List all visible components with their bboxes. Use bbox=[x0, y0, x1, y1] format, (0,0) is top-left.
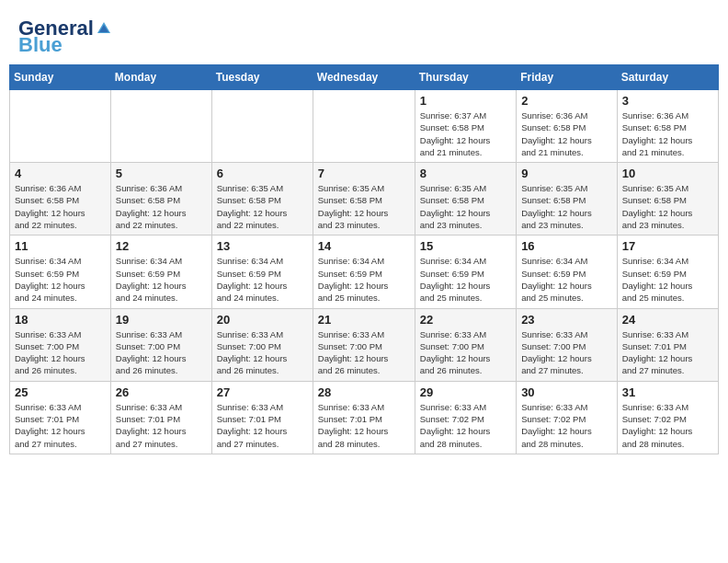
calendar-cell: 1Sunrise: 6:37 AM Sunset: 6:58 PM Daylig… bbox=[415, 90, 516, 163]
calendar-cell: 23Sunrise: 6:33 AM Sunset: 7:00 PM Dayli… bbox=[517, 308, 618, 381]
day-number: 12 bbox=[116, 239, 207, 253]
logo-icon bbox=[96, 20, 112, 37]
day-info: Sunrise: 6:34 AM Sunset: 6:59 PM Dayligh… bbox=[217, 255, 308, 304]
day-number: 28 bbox=[318, 385, 410, 399]
day-number: 23 bbox=[521, 313, 612, 327]
day-number: 31 bbox=[622, 385, 713, 399]
calendar-cell: 5Sunrise: 6:36 AM Sunset: 6:58 PM Daylig… bbox=[110, 163, 211, 236]
day-number: 14 bbox=[318, 239, 410, 253]
calendar-cell: 31Sunrise: 6:33 AM Sunset: 7:02 PM Dayli… bbox=[617, 381, 718, 454]
calendar-cell: 29Sunrise: 6:33 AM Sunset: 7:02 PM Dayli… bbox=[415, 381, 516, 454]
calendar-cell: 26Sunrise: 6:33 AM Sunset: 7:01 PM Dayli… bbox=[110, 381, 211, 454]
calendar-cell bbox=[10, 90, 111, 163]
calendar-cell: 18Sunrise: 6:33 AM Sunset: 7:00 PM Dayli… bbox=[10, 308, 111, 381]
day-info: Sunrise: 6:33 AM Sunset: 7:02 PM Dayligh… bbox=[622, 401, 713, 450]
day-number: 11 bbox=[15, 239, 106, 253]
weekday-header-sunday: Sunday bbox=[10, 65, 111, 90]
page-header: General Blue bbox=[9, 9, 719, 60]
calendar-cell: 30Sunrise: 6:33 AM Sunset: 7:02 PM Dayli… bbox=[517, 381, 618, 454]
calendar-cell: 9Sunrise: 6:35 AM Sunset: 6:58 PM Daylig… bbox=[517, 163, 618, 236]
day-info: Sunrise: 6:34 AM Sunset: 6:59 PM Dayligh… bbox=[116, 255, 207, 304]
day-info: Sunrise: 6:36 AM Sunset: 6:58 PM Dayligh… bbox=[15, 182, 106, 231]
day-number: 4 bbox=[15, 167, 106, 180]
calendar-cell: 2Sunrise: 6:36 AM Sunset: 6:58 PM Daylig… bbox=[517, 90, 618, 163]
day-number: 16 bbox=[521, 239, 612, 253]
day-info: Sunrise: 6:33 AM Sunset: 7:00 PM Dayligh… bbox=[318, 328, 410, 377]
calendar-cell: 4Sunrise: 6:36 AM Sunset: 6:58 PM Daylig… bbox=[10, 163, 111, 236]
calendar-cell: 11Sunrise: 6:34 AM Sunset: 6:59 PM Dayli… bbox=[10, 236, 111, 308]
day-info: Sunrise: 6:33 AM Sunset: 7:00 PM Dayligh… bbox=[521, 328, 612, 377]
day-number: 5 bbox=[116, 167, 207, 180]
calendar-cell: 27Sunrise: 6:33 AM Sunset: 7:01 PM Dayli… bbox=[211, 381, 313, 454]
day-number: 15 bbox=[420, 239, 511, 253]
day-info: Sunrise: 6:34 AM Sunset: 6:59 PM Dayligh… bbox=[318, 255, 410, 304]
day-info: Sunrise: 6:36 AM Sunset: 6:58 PM Dayligh… bbox=[521, 109, 612, 158]
day-info: Sunrise: 6:33 AM Sunset: 7:00 PM Dayligh… bbox=[217, 328, 308, 377]
day-info: Sunrise: 6:33 AM Sunset: 7:00 PM Dayligh… bbox=[116, 328, 207, 377]
day-number: 3 bbox=[622, 94, 713, 108]
day-number: 10 bbox=[622, 167, 713, 180]
calendar-table: SundayMondayTuesdayWednesdayThursdayFrid… bbox=[9, 64, 719, 454]
day-info: Sunrise: 6:33 AM Sunset: 7:01 PM Dayligh… bbox=[116, 401, 207, 450]
calendar-cell: 22Sunrise: 6:33 AM Sunset: 7:00 PM Dayli… bbox=[415, 308, 516, 381]
day-info: Sunrise: 6:35 AM Sunset: 6:58 PM Dayligh… bbox=[217, 182, 308, 231]
day-number: 27 bbox=[217, 385, 308, 399]
logo-blue: Blue bbox=[18, 35, 63, 55]
calendar-cell: 16Sunrise: 6:34 AM Sunset: 6:59 PM Dayli… bbox=[517, 236, 618, 308]
day-info: Sunrise: 6:34 AM Sunset: 6:59 PM Dayligh… bbox=[420, 255, 511, 304]
day-number: 13 bbox=[217, 239, 308, 253]
calendar-cell: 25Sunrise: 6:33 AM Sunset: 7:01 PM Dayli… bbox=[10, 381, 111, 454]
weekday-header-monday: Monday bbox=[110, 65, 211, 90]
day-number: 7 bbox=[318, 167, 410, 180]
calendar-cell: 3Sunrise: 6:36 AM Sunset: 6:58 PM Daylig… bbox=[617, 90, 718, 163]
day-number: 17 bbox=[622, 239, 713, 253]
calendar-cell bbox=[110, 90, 211, 163]
day-number: 30 bbox=[521, 385, 612, 399]
calendar-cell bbox=[211, 90, 313, 163]
calendar-cell: 10Sunrise: 6:35 AM Sunset: 6:58 PM Dayli… bbox=[617, 163, 718, 236]
day-info: Sunrise: 6:36 AM Sunset: 6:58 PM Dayligh… bbox=[116, 182, 207, 231]
day-info: Sunrise: 6:33 AM Sunset: 7:01 PM Dayligh… bbox=[217, 401, 308, 450]
day-number: 9 bbox=[521, 167, 612, 180]
calendar-cell bbox=[313, 90, 415, 163]
day-number: 22 bbox=[420, 313, 511, 327]
day-info: Sunrise: 6:33 AM Sunset: 7:01 PM Dayligh… bbox=[622, 328, 713, 377]
day-info: Sunrise: 6:34 AM Sunset: 6:59 PM Dayligh… bbox=[622, 255, 713, 304]
calendar-cell: 24Sunrise: 6:33 AM Sunset: 7:01 PM Dayli… bbox=[617, 308, 718, 381]
calendar-cell: 21Sunrise: 6:33 AM Sunset: 7:00 PM Dayli… bbox=[313, 308, 415, 381]
day-info: Sunrise: 6:37 AM Sunset: 6:58 PM Dayligh… bbox=[420, 109, 511, 158]
calendar-cell: 17Sunrise: 6:34 AM Sunset: 6:59 PM Dayli… bbox=[617, 236, 718, 308]
day-info: Sunrise: 6:35 AM Sunset: 6:58 PM Dayligh… bbox=[318, 182, 410, 231]
calendar-cell: 15Sunrise: 6:34 AM Sunset: 6:59 PM Dayli… bbox=[415, 236, 516, 308]
day-number: 18 bbox=[15, 313, 106, 327]
day-number: 24 bbox=[622, 313, 713, 327]
day-number: 2 bbox=[521, 94, 612, 108]
calendar-cell: 20Sunrise: 6:33 AM Sunset: 7:00 PM Dayli… bbox=[211, 308, 313, 381]
day-number: 1 bbox=[420, 94, 511, 108]
day-info: Sunrise: 6:33 AM Sunset: 7:00 PM Dayligh… bbox=[15, 328, 106, 377]
day-info: Sunrise: 6:34 AM Sunset: 6:59 PM Dayligh… bbox=[15, 255, 106, 304]
day-info: Sunrise: 6:35 AM Sunset: 6:58 PM Dayligh… bbox=[420, 182, 511, 231]
weekday-header-tuesday: Tuesday bbox=[211, 65, 313, 90]
day-info: Sunrise: 6:33 AM Sunset: 7:02 PM Dayligh… bbox=[521, 401, 612, 450]
calendar-cell: 28Sunrise: 6:33 AM Sunset: 7:01 PM Dayli… bbox=[313, 381, 415, 454]
day-number: 19 bbox=[116, 313, 207, 327]
weekday-header-thursday: Thursday bbox=[415, 65, 516, 90]
calendar-cell: 6Sunrise: 6:35 AM Sunset: 6:58 PM Daylig… bbox=[211, 163, 313, 236]
calendar-cell: 8Sunrise: 6:35 AM Sunset: 6:58 PM Daylig… bbox=[415, 163, 516, 236]
weekday-header-friday: Friday bbox=[517, 65, 618, 90]
calendar-cell: 14Sunrise: 6:34 AM Sunset: 6:59 PM Dayli… bbox=[313, 236, 415, 308]
weekday-header-wednesday: Wednesday bbox=[313, 65, 415, 90]
day-info: Sunrise: 6:35 AM Sunset: 6:58 PM Dayligh… bbox=[622, 182, 713, 231]
day-info: Sunrise: 6:33 AM Sunset: 7:01 PM Dayligh… bbox=[318, 401, 410, 450]
day-number: 25 bbox=[15, 385, 106, 399]
day-number: 29 bbox=[420, 385, 511, 399]
day-number: 20 bbox=[217, 313, 308, 327]
day-number: 6 bbox=[217, 167, 308, 180]
day-number: 21 bbox=[318, 313, 410, 327]
day-number: 26 bbox=[116, 385, 207, 399]
day-info: Sunrise: 6:36 AM Sunset: 6:58 PM Dayligh… bbox=[622, 109, 713, 158]
day-info: Sunrise: 6:34 AM Sunset: 6:59 PM Dayligh… bbox=[521, 255, 612, 304]
weekday-header-saturday: Saturday bbox=[617, 65, 718, 90]
day-number: 8 bbox=[420, 167, 511, 180]
